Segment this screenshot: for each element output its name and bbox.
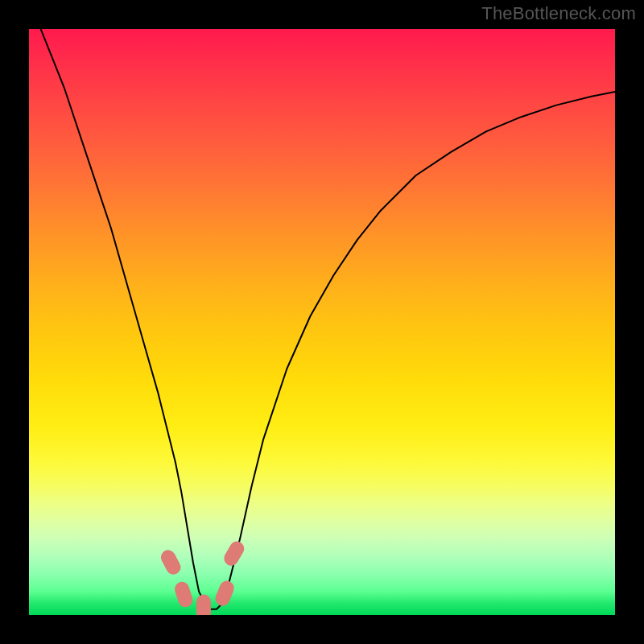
marker-4 [213,579,237,608]
bottleneck-curve [41,29,615,609]
chart-frame: TheBottleneck.com [0,0,644,644]
marker-2 [173,580,195,609]
marker-3 [196,595,211,615]
marker-5 [221,539,247,568]
curve-layer [29,29,615,615]
plot-area [29,29,615,615]
marker-1 [159,547,184,577]
watermark-text: TheBottleneck.com [481,3,636,24]
